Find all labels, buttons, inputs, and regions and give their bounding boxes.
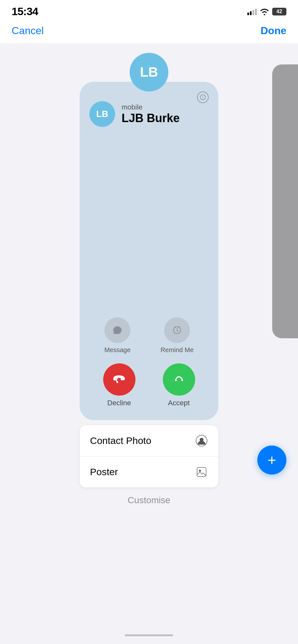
status-bar: 15:34 42 (0, 0, 298, 20)
wifi-icon (260, 8, 269, 15)
customise-button[interactable]: Customise (80, 487, 218, 513)
message-action-button[interactable]: Message (104, 317, 131, 354)
call-type: mobile (122, 103, 180, 111)
contact-photo-icon (195, 434, 208, 447)
battery-indicator: 42 (272, 8, 286, 15)
message-action-circle (104, 317, 130, 343)
cancel-button[interactable]: Cancel (12, 25, 44, 37)
home-indicator (125, 634, 173, 636)
accept-circle (163, 363, 195, 396)
right-card-peek (272, 64, 298, 338)
svg-rect-5 (175, 380, 177, 381)
call-action-row: Decline Accept (89, 363, 209, 407)
status-icons: 42 (247, 8, 286, 15)
accept-label: Accept (168, 399, 190, 407)
status-time: 15:34 (12, 5, 38, 18)
action-row: Message Remind Me (89, 317, 209, 354)
decline-phone-icon (112, 372, 127, 387)
accept-button[interactable]: Accept (163, 363, 195, 407)
svg-point-10 (199, 470, 201, 472)
remind-action-circle (164, 317, 190, 343)
contact-photo-row[interactable]: Contact Photo (80, 425, 218, 457)
accept-phone-icon (171, 372, 187, 387)
poster-row[interactable]: Poster (80, 457, 218, 487)
message-label: Message (104, 346, 131, 354)
svg-rect-9 (197, 467, 206, 476)
info-button[interactable]: i (197, 91, 209, 103)
main-content: LB i LB mobile LJB Burke (0, 43, 298, 513)
add-fab-button[interactable]: + (257, 446, 286, 475)
call-card: i LB mobile LJB Burke Message (80, 82, 218, 420)
poster-label: Poster (90, 466, 118, 477)
remind-me-label: Remind Me (161, 346, 194, 354)
message-icon (112, 324, 123, 336)
signal-bars-icon (247, 8, 257, 15)
done-button[interactable]: Done (261, 25, 286, 37)
contact-photo-label: Contact Photo (90, 435, 151, 446)
svg-rect-6 (181, 380, 183, 381)
contact-avatar-top: LB (130, 53, 168, 91)
poster-icon (195, 466, 208, 478)
decline-circle (103, 363, 135, 396)
call-name: LJB Burke (122, 111, 180, 125)
decline-label: Decline (107, 399, 131, 407)
bottom-panel: Contact Photo Poster (80, 425, 218, 487)
call-header: LB mobile LJB Burke (89, 101, 209, 127)
plus-icon: + (268, 453, 276, 467)
remind-icon (171, 324, 183, 336)
decline-button[interactable]: Decline (103, 363, 135, 407)
svg-text:i: i (202, 95, 204, 100)
call-name-section: mobile LJB Burke (122, 103, 180, 125)
top-nav: Cancel Done (0, 20, 298, 43)
call-avatar-small: LB (89, 101, 115, 127)
remind-me-action-button[interactable]: Remind Me (161, 317, 194, 354)
